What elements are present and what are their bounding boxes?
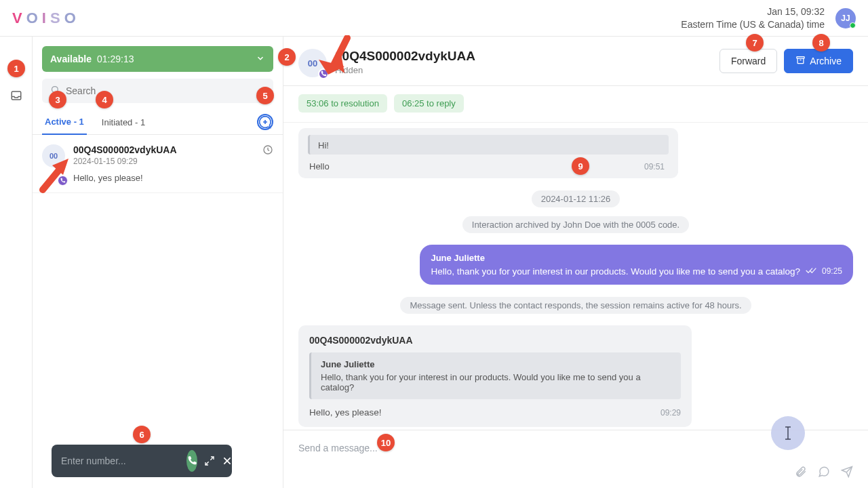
annotation-1: 1 [7, 60, 25, 77]
search-input[interactable] [66, 85, 265, 96]
message-time: 09:51 [644, 162, 665, 171]
status-timer: 01:29:13 [97, 54, 134, 64]
system-message: Message sent. Unless the contact respond… [298, 300, 853, 310]
expand-icon[interactable] [204, 451, 215, 470]
message-sender: 00Q4S000002vdykUAA [309, 335, 681, 346]
outgoing-message: June Juliette Hello, thank you for your … [298, 245, 853, 285]
incoming-message: Hi! Hello 09:51 [298, 128, 678, 178]
message-time: 09:25 [822, 266, 842, 276]
user-avatar[interactable]: JJ [835, 8, 856, 28]
annotation-10: 10 [377, 434, 395, 451]
forward-button[interactable]: Forward [719, 49, 777, 73]
resolution-timer: 53:06 to resolution [298, 94, 387, 113]
svg-rect-10 [797, 57, 804, 59]
conversation-title: 00Q4S000002vdykUAA [73, 144, 177, 155]
annotation-6: 6 [133, 426, 151, 443]
presence-dot [850, 22, 856, 28]
svg-rect-0 [12, 92, 21, 100]
quote-name: June Juliette [321, 359, 671, 369]
date-separator: 2024-01-12 11:26 [298, 193, 853, 204]
agent-status-dropdown[interactable]: Available 01:29:13 [42, 46, 273, 72]
status-label: Available [50, 54, 92, 64]
annotation-3: 3 [49, 91, 66, 108]
tab-active[interactable]: Active - 1 [42, 110, 87, 135]
header-time-block: Jan 15, 09:32 Eastern Time (US & Canada)… [681, 5, 825, 30]
template-icon[interactable] [818, 466, 830, 480]
conversation-tabs: Active - 1 Initiated - 1 [33, 110, 283, 135]
annotation-8: 8 [812, 34, 830, 52]
annotation-7: 7 [746, 34, 764, 52]
header-datetime: Jan 15, 09:32 [681, 5, 825, 18]
annotation-4: 4 [96, 91, 113, 108]
attachment-icon[interactable] [795, 466, 807, 480]
conversations-panel: Available 01:29:13 Active - 1 Initiated … [33, 37, 283, 488]
annotation-5: 5 [256, 87, 274, 104]
message-text: Hello, yes please! [309, 407, 382, 418]
close-icon[interactable] [222, 451, 233, 470]
read-ticks-icon [806, 266, 816, 277]
message-time: 09:29 [660, 408, 681, 418]
reply-timer: 06:25 to reply [394, 94, 464, 113]
incoming-message: 00Q4S000002vdykUAA June Juliette Hello, … [298, 325, 853, 427]
chat-header: 00 00Q4S000002vdykUAA Hidden Forward Arc… [283, 37, 868, 86]
dialer-widget [52, 445, 232, 477]
send-icon[interactable] [841, 466, 853, 480]
inbox-icon[interactable] [5, 84, 28, 107]
dialer-input[interactable] [61, 455, 180, 466]
archive-icon [795, 55, 806, 67]
svg-line-7 [205, 462, 209, 465]
annotation-9: 9 [572, 157, 589, 175]
quote-text: Hello, thank you for your interest in ou… [321, 372, 671, 392]
svg-line-6 [210, 457, 214, 460]
tab-initiated[interactable]: Initiated - 1 [99, 110, 148, 134]
annotation-arrow [36, 155, 77, 195]
top-bar: VOISO Jan 15, 09:32 Eastern Time (US & C… [0, 0, 868, 37]
archive-button[interactable]: Archive [784, 49, 853, 73]
message-sender: June Juliette [431, 253, 842, 263]
search-row[interactable] [42, 79, 273, 103]
system-message: Interaction archived by John Doe with th… [298, 219, 853, 230]
conversation-timestamp: 2024-01-15 09:29 [73, 157, 254, 166]
annotation-arrow [319, 35, 357, 80]
left-rail [0, 37, 33, 488]
new-chat-button[interactable] [257, 114, 273, 130]
conversation-snippet: Hello, yes please! [73, 173, 254, 183]
chevron-down-icon [256, 54, 265, 65]
message-text: Hello [309, 161, 330, 171]
call-button[interactable] [186, 450, 197, 472]
clock-icon [262, 144, 273, 183]
header-timezone: Eastern Time (US & Canada) time [681, 18, 825, 30]
timer-pills: 53:06 to resolution 06:25 to reply [283, 86, 868, 123]
app-logo: VOISO [12, 9, 80, 27]
cursor-indicator [771, 416, 805, 450]
annotation-2: 2 [278, 48, 296, 66]
message-text: Hello, thank you for your interest in ou… [431, 266, 800, 277]
